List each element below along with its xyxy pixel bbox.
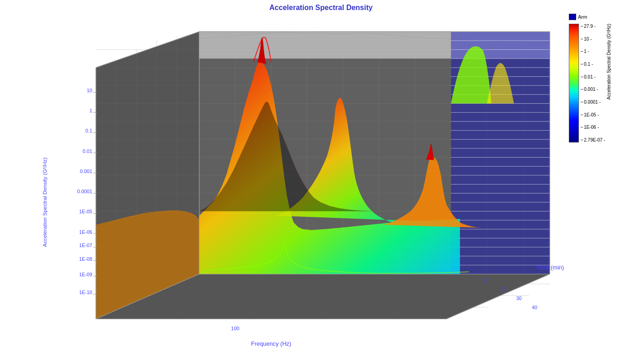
z-tick-10: 10 bbox=[482, 278, 488, 283]
y-axis-label: Acceleration Spectral Density (G²/Hz) bbox=[42, 158, 48, 247]
z-tick-40: 40 bbox=[532, 305, 537, 310]
cb-label-0.0001: 0.0001 - bbox=[584, 100, 601, 105]
cb-label-2.79e-7: 2.79E-07 - bbox=[584, 137, 605, 142]
y-tick-1e-6: 1E-06 bbox=[79, 229, 92, 235]
y-tick-10: 10 bbox=[87, 88, 92, 93]
y-tick-1e-10: 1E-10 bbox=[79, 290, 92, 295]
colorbar-gradient bbox=[569, 24, 579, 142]
chart-area: 10 1 0.1 0.01 0.001 0.0001 1E-05 1E-06 1… bbox=[27, 14, 569, 355]
z-tick-30: 30 bbox=[516, 295, 522, 301]
cb-label-1e-6: 1E-06 - bbox=[584, 125, 599, 130]
chart-svg: 10 1 0.1 0.01 0.001 0.0001 1E-05 1E-06 1… bbox=[27, 14, 569, 355]
cb-label-27.9: 27.9 - bbox=[584, 24, 596, 29]
cb-label-10: 10 - bbox=[584, 37, 592, 42]
colorbar-labels: 27.9 - 10 - 1 - 0.1 - 0.01 - 0.001 - 0.0… bbox=[581, 24, 605, 142]
legend-arm-label: Arm bbox=[578, 14, 587, 20]
x-tick-100: 100 bbox=[231, 326, 239, 331]
legend-area: Arm 27.9 - 10 - 1 - 0.1 - 0.01 - 0.001 -… bbox=[569, 14, 633, 142]
y-tick-0.1: 0.1 bbox=[86, 128, 92, 133]
y-tick-1e-8: 1E-08 bbox=[79, 256, 92, 262]
legend-arm-row: Arm bbox=[569, 14, 633, 20]
y-tick-0.01: 0.01 bbox=[83, 148, 92, 154]
chart-title: Acceleration Spectral Density bbox=[0, 4, 642, 12]
y-tick-1: 1 bbox=[90, 108, 92, 113]
colorbar-wrapper: 27.9 - 10 - 1 - 0.1 - 0.01 - 0.001 - 0.0… bbox=[569, 24, 633, 142]
y-tick-1e-9: 1E-09 bbox=[79, 272, 92, 277]
x-axis-label: Frequency (Hz) bbox=[251, 340, 291, 347]
y-tick-1e-7: 1E-07 bbox=[79, 243, 92, 248]
y-tick-0.0001: 0.0001 bbox=[77, 189, 92, 194]
arm-color-swatch bbox=[569, 14, 576, 20]
cb-label-0.001: 0.001 - bbox=[584, 87, 598, 92]
z-tick-20: 20 bbox=[500, 286, 506, 292]
z-axis-label: Time (min) bbox=[536, 264, 564, 271]
y-tick-1e-5: 1E-05 bbox=[79, 209, 92, 214]
cb-label-1: 1 - bbox=[584, 49, 589, 54]
colorbar-axis-title: Acceleration Spectral Density (G²/Hz) bbox=[606, 24, 611, 100]
cb-label-0.1: 0.1 - bbox=[584, 62, 593, 67]
cb-label-1e-5: 1E-05 - bbox=[584, 112, 599, 117]
y-tick-0.001: 0.001 bbox=[80, 169, 92, 174]
cb-label-0.01: 0.01 - bbox=[584, 74, 596, 79]
